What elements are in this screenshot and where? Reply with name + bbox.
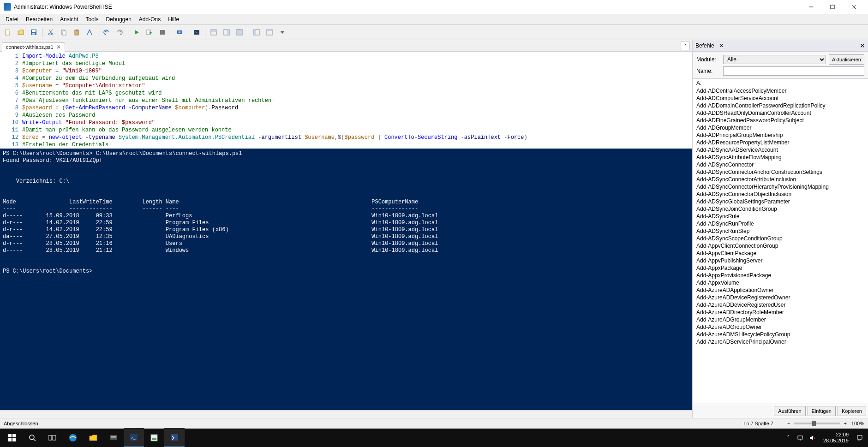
command-item[interactable]: Add-ADSyncRunStep (693, 227, 868, 235)
copy-button[interactable] (58, 26, 70, 38)
command-item[interactable]: Add-ADSyncConnector (693, 161, 868, 168)
command-item[interactable]: Add-ADSyncConnectorAttributeInclusion (693, 176, 868, 183)
command-item[interactable]: Add-ADSyncAttributeFlowMapping (693, 154, 868, 161)
taskbar-ie-button[interactable] (63, 429, 83, 447)
taskbar-server-manager-button[interactable] (103, 429, 124, 447)
command-item[interactable]: Add-ADSyncConnectorHierarchyProvisioning… (693, 183, 868, 191)
script-editor[interactable]: 123456789101112131415161718 Import-Modul… (0, 52, 692, 149)
start-button[interactable] (2, 429, 22, 447)
command-list[interactable]: A: Add-ADCentralAccessPolicyMemberAdd-AD… (693, 78, 868, 404)
redo-button[interactable] (114, 26, 126, 38)
command-item[interactable]: Add-AzureADMSLifecyclePolicyGroup (693, 331, 868, 338)
command-item[interactable]: Add-ADSyncConnectorAnchorConstructionSet… (693, 168, 868, 176)
svg-text:>_: >_ (195, 30, 199, 35)
zoom-slider[interactable] (794, 423, 840, 424)
command-item[interactable]: Add-AzureADDirectoryRoleMember (693, 309, 868, 316)
command-item[interactable]: Add-ADResourcePropertyListMember (693, 139, 868, 146)
command-item[interactable]: Add-AzureADGroupOwner (693, 323, 868, 331)
menu-item[interactable]: Hilfe (164, 15, 183, 24)
show-command-window-button[interactable] (263, 26, 275, 38)
save-button[interactable] (28, 26, 40, 38)
command-item[interactable]: Add-ADFineGrainedPasswordPolicySubject (693, 117, 868, 124)
taskbar-ise-button[interactable] (164, 428, 185, 447)
taskbar-app1-button[interactable] (144, 429, 164, 447)
run-script-button[interactable] (131, 26, 143, 38)
command-item[interactable]: Add-ADSyncRunProfile (693, 220, 868, 227)
menu-item[interactable]: Add-Ons (135, 15, 164, 24)
command-item[interactable]: Add-ADSyncGlobalSettingsParameter (693, 198, 868, 205)
taskbar-explorer-button[interactable] (83, 429, 103, 447)
refresh-button[interactable]: Aktualisieren (829, 54, 864, 65)
tab-script[interactable]: connect-withlaps.ps1 ✕ (2, 42, 65, 52)
taskbar-powershell-button[interactable]: >_ (124, 428, 144, 447)
show-script-pane-top-button[interactable] (208, 26, 220, 38)
run-selection-button[interactable] (144, 26, 156, 38)
command-item[interactable]: Add-ADPrincipalGroupMembership (693, 131, 868, 139)
command-item[interactable]: Add-ADComputerServiceAccount (693, 95, 868, 102)
show-script-pane-max-button[interactable] (233, 26, 245, 38)
close-button[interactable] (843, 0, 864, 14)
command-item[interactable]: Add-AppxPackage (693, 264, 868, 272)
command-item[interactable]: Add-ADCentralAccessPolicyMember (693, 87, 868, 95)
insert-command-button[interactable]: Einfügen (808, 406, 836, 416)
cut-button[interactable] (45, 26, 57, 38)
minimize-button[interactable] (801, 0, 822, 14)
command-item[interactable]: Add-ADSyncRule (693, 213, 868, 220)
notifications-icon[interactable] (856, 434, 863, 441)
command-item[interactable]: Add-AzureADDeviceRegisteredUser (693, 301, 868, 309)
command-item[interactable]: Add-AppxProvisionedPackage (693, 272, 868, 279)
command-item[interactable]: Add-AppvClientConnectionGroup (693, 242, 868, 250)
menu-item[interactable]: Datei (2, 15, 22, 24)
command-item[interactable]: Add-ADDomainControllerPasswordReplicatio… (693, 102, 868, 109)
menu-item[interactable]: Debuggen (102, 15, 135, 24)
menu-item[interactable]: Tools (82, 15, 102, 24)
command-item[interactable]: Add-ADSyncJoinConditionGroup (693, 205, 868, 213)
open-file-button[interactable] (15, 26, 27, 38)
search-button[interactable] (22, 429, 42, 447)
command-item[interactable]: Add-AzureADDeviceRegisteredOwner (693, 294, 868, 301)
command-item[interactable]: Add-ADGroupMember (693, 124, 868, 131)
command-item[interactable]: Add-AppxVolume (693, 279, 868, 286)
commands-pane-close-icon[interactable]: ✕ (860, 42, 865, 49)
horizontal-scrollbar[interactable] (0, 410, 692, 418)
commands-pane-tab-close-icon[interactable]: ✕ (719, 42, 724, 49)
zoom-plus-icon[interactable]: + (844, 421, 846, 426)
toggle-script-pane-button[interactable]: ⌃ (681, 41, 690, 50)
run-command-button[interactable]: Ausführen (774, 406, 805, 416)
command-item[interactable]: Add-ADSyncAADServiceAccount (693, 146, 868, 154)
command-item[interactable]: Add-AzureADApplicationOwner (693, 286, 868, 294)
command-item[interactable]: Add-AppvClientPackage (693, 250, 868, 257)
new-remote-tab-button[interactable] (174, 26, 186, 38)
copy-command-button[interactable]: Kopieren (838, 406, 866, 416)
undo-button[interactable] (101, 26, 113, 38)
tray-volume-icon[interactable] (808, 434, 816, 441)
menu-item[interactable]: Ansicht (56, 15, 82, 24)
console-pane[interactable]: PS C:\Users\root\Documents> C:\Users\roo… (0, 149, 692, 410)
taskbar-clock[interactable]: 22:09 28.05.2019 (820, 432, 851, 444)
command-item[interactable]: Add-AppvPublishingServer (693, 257, 868, 264)
command-item[interactable]: Add-ADDSReadOnlyDomainControllerAccount (693, 109, 868, 117)
svg-rect-18 (160, 30, 165, 35)
paste-button[interactable] (71, 26, 83, 38)
module-select[interactable]: Alle (723, 55, 826, 64)
stop-button[interactable] (156, 26, 168, 38)
tray-chevron-icon[interactable]: ˄ (784, 434, 792, 441)
command-item[interactable]: Add-ADSyncScopeConditionGroup (693, 235, 868, 242)
zoom-minus-icon[interactable]: − (787, 421, 790, 426)
show-command-addon-button[interactable] (251, 26, 263, 38)
tab-close-icon[interactable]: ✕ (56, 44, 61, 50)
menu-item[interactable]: Bearbeiten (22, 15, 56, 24)
name-input[interactable] (723, 66, 864, 76)
new-file-button[interactable] (2, 26, 14, 38)
task-view-button[interactable] (42, 429, 63, 447)
tray-network-icon[interactable] (796, 434, 804, 441)
command-item[interactable]: Add-AzureADGroupMember (693, 316, 868, 323)
maximize-button[interactable] (822, 0, 843, 14)
command-item[interactable]: Add-AzureADServicePrincipalOwner (693, 338, 868, 346)
show-script-pane-right-button[interactable] (221, 26, 233, 38)
clear-button[interactable] (84, 26, 96, 38)
toolbar-dropdown-button[interactable] (276, 26, 288, 38)
command-item[interactable]: Add-ADSyncConnectorObjectInclusion (693, 191, 868, 198)
start-powershell-button[interactable]: >_ (191, 26, 203, 38)
svg-point-36 (30, 435, 34, 440)
